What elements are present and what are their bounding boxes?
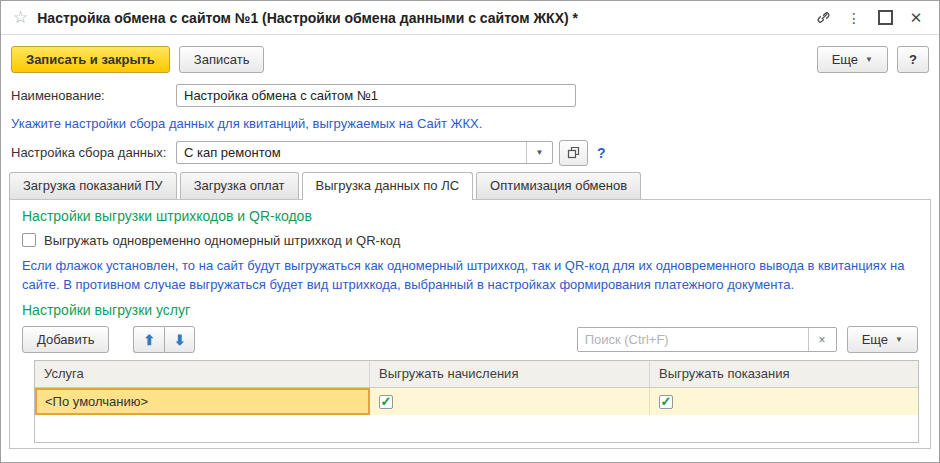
favorite-star-icon[interactable]: ☆: [13, 9, 28, 26]
more-button-label: Еще: [832, 52, 858, 67]
services-settings-heading: Настройки выгрузки услуг: [22, 302, 918, 319]
chevron-down-icon: ▼: [895, 336, 903, 344]
name-input[interactable]: [176, 84, 576, 107]
export-readings-cell[interactable]: ✓: [650, 388, 918, 415]
grid-toolbar: Добавить ⬆ ⬇ × Еще ▼: [22, 326, 918, 353]
tab-panel-account-data-export: Настройки выгрузки штрихкодов и QR-кодов…: [9, 199, 931, 449]
column-header-service[interactable]: Услуга: [35, 361, 370, 387]
barcode-note-text: Если флажок установлен, то на сайт будут…: [22, 256, 918, 294]
collection-field-row: Настройка сбора данных: С кап ремонтом ▼…: [11, 140, 929, 165]
table-header-row: Услуга Выгружать начисления Выгружать по…: [35, 361, 918, 388]
link-icon-glyph: [816, 10, 831, 25]
export-readings-checkbox[interactable]: ✓: [659, 395, 673, 409]
chevron-down-icon: ▼: [865, 56, 873, 64]
collection-combobox[interactable]: С кап ремонтом ▼: [176, 141, 553, 164]
window-titlebar: ☆ Настройка обмена с сайтом №1 (Настройк…: [1, 1, 939, 35]
tab-exchange-optimization[interactable]: Оптимизация обменов: [476, 172, 641, 199]
column-header-export-charges[interactable]: Выгружать начисления: [370, 361, 650, 387]
collection-field-label: Настройка сбора данных:: [11, 145, 176, 160]
help-button[interactable]: ?: [897, 46, 929, 73]
barcode-checkbox-row[interactable]: Выгружать одновременно одномерный штрихк…: [22, 232, 918, 248]
collection-help-link[interactable]: ?: [597, 145, 606, 161]
service-cell-selected[interactable]: <По умолчанию>: [35, 388, 370, 415]
name-field-row: Наименование:: [11, 83, 929, 108]
collection-dropdown-button[interactable]: ▼: [526, 142, 552, 163]
window-menu-icon[interactable]: ⋮: [841, 6, 867, 30]
more-button[interactable]: Еще ▼: [817, 46, 888, 73]
barcode-checkbox-label: Выгружать одновременно одномерный штрихк…: [44, 233, 400, 248]
tab-meter-readings-load[interactable]: Загрузка показаний ПУ: [9, 172, 177, 199]
move-down-button[interactable]: ⬇: [164, 326, 195, 353]
collection-hint-text: Укажите настройки сбора данных для квита…: [11, 116, 929, 131]
column-header-export-readings[interactable]: Выгружать показания: [650, 361, 918, 387]
save-button[interactable]: Записать: [179, 46, 265, 73]
open-form-icon: [567, 146, 580, 159]
search-clear-icon[interactable]: ×: [808, 328, 836, 351]
move-up-button[interactable]: ⬆: [133, 326, 164, 353]
close-icon[interactable]: ✕: [903, 6, 929, 30]
arrow-down-icon: ⬇: [174, 332, 186, 348]
search-box: ×: [577, 327, 837, 352]
barcode-checkbox[interactable]: [22, 233, 36, 247]
save-and-close-button[interactable]: Записать и закрыть: [11, 46, 170, 73]
settings-window: ☆ Настройка обмена с сайтом №1 (Настройк…: [0, 0, 940, 463]
tab-bar: Загрузка показаний ПУ Загрузка оплат Выг…: [9, 172, 939, 199]
grid-more-button[interactable]: Еще ▼: [847, 326, 918, 353]
name-field-label: Наименование:: [11, 88, 176, 103]
collection-open-button[interactable]: [559, 140, 588, 166]
search-input[interactable]: [578, 328, 808, 351]
table-row[interactable]: <По умолчанию> ✓ ✓: [35, 388, 918, 415]
maximize-glyph: [878, 10, 893, 25]
table-empty-area[interactable]: [35, 415, 918, 442]
collection-combobox-value: С кап ремонтом: [177, 142, 526, 163]
reorder-buttons: ⬆ ⬇: [133, 326, 195, 353]
services-table: Услуга Выгружать начисления Выгружать по…: [34, 360, 919, 443]
chevron-down-icon: ▼: [536, 149, 544, 157]
titlebar-actions: ⋮ ✕: [810, 6, 929, 30]
arrow-up-icon: ⬆: [144, 332, 156, 348]
export-charges-cell[interactable]: ✓: [370, 388, 650, 415]
command-bar: Записать и закрыть Записать Еще ▼ ?: [1, 35, 939, 83]
tab-account-data-export[interactable]: Выгрузка данных по ЛС: [302, 172, 474, 200]
form-area: Наименование: Укажите настройки сбора да…: [1, 83, 939, 165]
window-title: Настройка обмена с сайтом №1 (Настройки …: [37, 10, 578, 26]
maximize-icon[interactable]: [872, 6, 898, 30]
grid-more-label: Еще: [862, 332, 888, 347]
barcode-settings-heading: Настройки выгрузки штрихкодов и QR-кодов: [22, 208, 918, 225]
copy-link-icon[interactable]: [810, 6, 836, 30]
add-row-button[interactable]: Добавить: [22, 326, 109, 353]
export-charges-checkbox[interactable]: ✓: [379, 395, 393, 409]
tab-payments-load[interactable]: Загрузка оплат: [180, 172, 299, 199]
